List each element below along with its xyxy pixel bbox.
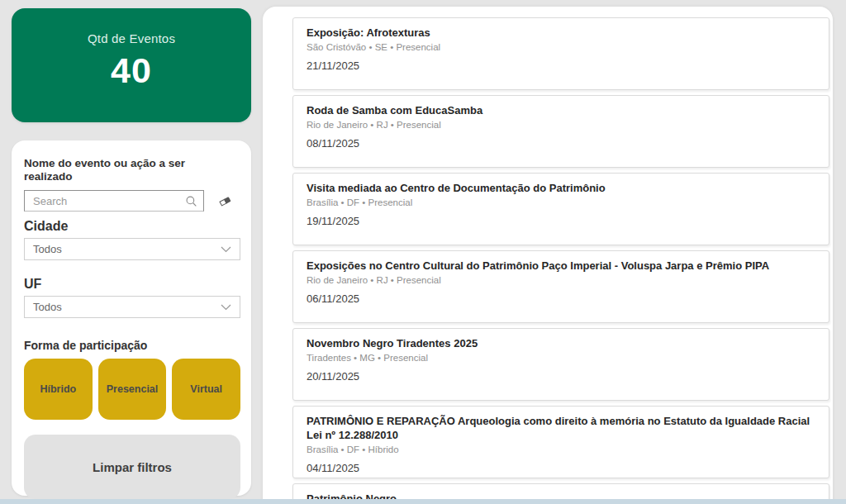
event-date: 04/11/2025 (307, 462, 815, 475)
chevron-down-icon (221, 304, 231, 311)
event-date: 21/11/2025 (307, 59, 815, 73)
chevron-down-icon (221, 246, 231, 253)
event-title: Visita mediada ao Centro de Documentação… (307, 181, 815, 195)
event-title: Roda de Samba com EducaSamba (307, 103, 815, 117)
clear-filters-button[interactable]: Limpar filtros (24, 435, 240, 499)
event-card[interactable]: Roda de Samba com EducaSamba Rio de Jane… (292, 95, 829, 168)
event-title: Exposição: Afrotexturas (307, 26, 815, 40)
event-list: Exposição: Afrotexturas São Cristóvão • … (263, 7, 833, 504)
event-date: 20/11/2025 (307, 370, 815, 383)
search-icon (185, 195, 197, 207)
event-location: São Cristóvão • SE • Presencial (307, 41, 815, 54)
event-date: 06/11/2025 (307, 292, 815, 306)
search-box (24, 190, 204, 212)
filter-panel: Nome do evento ou ação a ser realizado (12, 140, 251, 496)
event-location: Brasília • DF • Presencial (307, 197, 815, 209)
uf-dropdown[interactable]: Todos (24, 296, 240, 318)
city-filter-label: Cidade (24, 219, 240, 234)
participation-button-hibrido[interactable]: Híbrido (24, 359, 93, 420)
event-card[interactable]: Exposição: Afrotexturas São Cristóvão • … (292, 17, 829, 90)
participation-button-presencial[interactable]: Presencial (98, 359, 167, 420)
event-location: Brasília • DF • Híbrido (307, 444, 815, 456)
uf-dropdown-value: Todos (33, 301, 221, 313)
event-date: 19/11/2025 (307, 215, 815, 228)
event-title: PATRIMÔNIO E REPARAÇÃO Arqueologia como … (307, 414, 815, 442)
search-input[interactable] (25, 191, 185, 211)
event-title: Novembro Negro Tiradentes 2025 (307, 336, 815, 350)
participation-options: Híbrido Presencial Virtual (24, 359, 240, 420)
event-card[interactable]: PATRIMÔNIO E REPARAÇÃO Arqueologia como … (292, 406, 829, 478)
kpi-label: Qtd de Eventos (88, 31, 175, 45)
participation-filter-label: Forma de participação (24, 339, 240, 352)
event-card[interactable]: Novembro Negro Tiradentes 2025 Tiradente… (292, 328, 829, 401)
clear-search-button[interactable] (216, 193, 234, 209)
eraser-icon (218, 195, 232, 207)
search-row (24, 190, 240, 212)
uf-filter-label: UF (24, 277, 240, 292)
participation-button-virtual[interactable]: Virtual (172, 359, 240, 420)
city-dropdown-value: Todos (33, 243, 221, 255)
event-location: Rio de Janeiro • RJ • Presencial (307, 274, 815, 287)
event-title: Exposições no Centro Cultural do Patrimô… (307, 259, 815, 273)
event-location: Tiradentes • MG • Presencial (307, 352, 815, 364)
kpi-value: 40 (111, 50, 152, 91)
horizontal-scrollbar[interactable] (0, 499, 846, 504)
event-card[interactable]: Exposições no Centro Cultural do Patrimô… (292, 250, 829, 323)
event-name-filter-label: Nome do evento ou ação a ser realizado (24, 157, 231, 183)
city-dropdown[interactable]: Todos (24, 238, 240, 260)
event-card[interactable]: Visita mediada ao Centro de Documentação… (292, 173, 829, 245)
kpi-card-qtd-eventos: Qtd de Eventos 40 (12, 8, 251, 122)
event-location: Rio de Janeiro • RJ • Presencial (307, 119, 815, 131)
event-date: 08/11/2025 (307, 137, 815, 150)
